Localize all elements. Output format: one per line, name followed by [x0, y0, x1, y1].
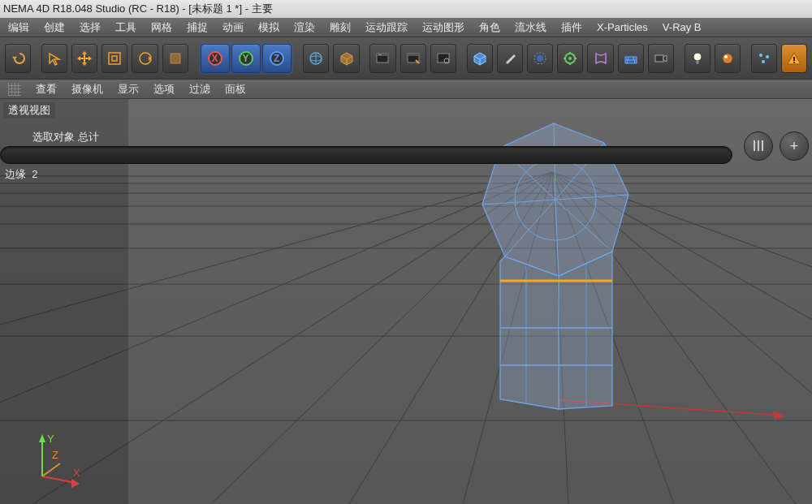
viewport-title: 透视视图: [3, 102, 55, 118]
svg-point-18: [537, 55, 543, 62]
viewport-hud: 选取对象 总计 边缘 2: [0, 130, 812, 182]
viewport-menu-bar: 查看 摄像机 显示 选项 过滤 面板: [0, 80, 812, 99]
title-bar: NEMA 4D R18.048 Studio (RC - R18) - [未标题…: [0, 0, 812, 18]
svg-point-33: [723, 54, 732, 63]
menu-simulate[interactable]: 模拟: [258, 20, 279, 35]
subdivision-button[interactable]: [527, 44, 553, 73]
menu-xparticles[interactable]: X-Particles: [597, 21, 648, 33]
menu-mesh[interactable]: 网格: [151, 20, 172, 35]
svg-point-36: [766, 55, 769, 58]
menu-sculpt[interactable]: 雕刻: [330, 20, 351, 35]
menu-tool[interactable]: 工具: [115, 20, 136, 35]
svg-rect-5: [171, 54, 180, 63]
svg-line-79: [42, 476, 76, 483]
axis-y-button[interactable]: Y: [231, 44, 261, 73]
hud-value-bar[interactable]: [0, 146, 732, 164]
spline-pen-button[interactable]: [497, 44, 523, 73]
hud-edge-label: 边缘: [5, 168, 26, 180]
vp-menu-camera[interactable]: 摄像机: [71, 82, 103, 97]
hud-edge-row: 边缘 2: [5, 167, 812, 182]
hud-buttons: III +: [744, 131, 809, 161]
axis-y-label: Y: [47, 433, 54, 445]
menu-animation[interactable]: 动画: [222, 20, 244, 35]
menu-edit[interactable]: 编辑: [8, 20, 29, 35]
svg-rect-30: [655, 55, 663, 62]
vp-menu-view[interactable]: 查看: [36, 82, 57, 97]
spot-light-button[interactable]: [715, 44, 741, 73]
svg-point-11: [379, 54, 381, 55]
svg-rect-3: [112, 56, 117, 61]
svg-point-34: [724, 55, 728, 58]
deformer-button[interactable]: [587, 44, 613, 73]
svg-rect-15: [438, 54, 449, 62]
hud-selection-label: 选取对象 总计: [32, 130, 812, 144]
axis-x-button[interactable]: X: [201, 44, 230, 73]
svg-point-35: [759, 54, 762, 57]
render-view-button[interactable]: [369, 44, 395, 73]
generator-button[interactable]: [557, 44, 583, 73]
render-settings-button[interactable]: [430, 44, 456, 73]
object-coord-button[interactable]: [333, 44, 359, 73]
camera-button[interactable]: [648, 44, 674, 73]
menu-render[interactable]: 渲染: [294, 20, 315, 35]
vp-menu-display[interactable]: 显示: [118, 82, 139, 97]
world-coord-button[interactable]: [303, 44, 329, 73]
svg-point-37: [762, 60, 765, 63]
svg-point-20: [568, 57, 572, 60]
hud-add-button[interactable]: +: [780, 131, 809, 161]
svg-marker-72: [500, 252, 612, 409]
axis-z-button[interactable]: Z: [262, 44, 292, 73]
vp-grid-icon[interactable]: [8, 83, 21, 96]
menu-pipeline[interactable]: 流水线: [515, 20, 546, 35]
perspective-viewport[interactable]: 透视视图: [0, 99, 812, 504]
plus-icon: +: [790, 138, 799, 155]
axis-z-label: Z: [52, 449, 58, 461]
select-tool-button[interactable]: [41, 44, 67, 73]
hud-edge-count: 2: [32, 168, 37, 180]
xparticles-button[interactable]: [751, 44, 777, 73]
menu-select[interactable]: 选择: [80, 20, 101, 35]
environment-button[interactable]: [618, 44, 644, 73]
svg-point-39: [793, 62, 795, 63]
svg-rect-10: [377, 54, 388, 56]
render-region-button[interactable]: [400, 44, 426, 73]
menu-bar: 编辑 创建 选择 工具 网格 捕捉 动画 模拟 渲染 雕刻 运动跟踪 运动图形 …: [0, 18, 812, 37]
pause-icon: III: [752, 138, 764, 155]
app-title: NEMA 4D R18.048 Studio (RC - R18) - [未标题…: [3, 2, 273, 16]
axis-x-icon: X: [208, 51, 222, 66]
svg-point-12: [381, 54, 382, 55]
last-tool-button[interactable]: [162, 44, 188, 73]
light-button[interactable]: [685, 44, 710, 73]
rotate-tool-button[interactable]: [132, 44, 158, 73]
axis-lock-group: X Y Z: [199, 42, 293, 75]
menu-mograph[interactable]: 运动图形: [422, 20, 464, 35]
scale-tool-button[interactable]: [102, 44, 127, 73]
move-tool-button[interactable]: [71, 44, 97, 73]
axis-y-icon: Y: [239, 51, 253, 66]
menu-tracking[interactable]: 运动跟踪: [365, 20, 408, 35]
main-toolbar: X Y Z: [0, 37, 812, 80]
axis-x-label: X: [73, 467, 80, 479]
svg-rect-14: [408, 54, 419, 56]
axis-orientation-widget[interactable]: Y X Z: [18, 426, 83, 494]
vp-menu-panel[interactable]: 面板: [225, 82, 246, 97]
svg-point-31: [694, 54, 701, 60]
warning-button[interactable]: [781, 44, 807, 73]
menu-snap[interactable]: 捕捉: [187, 20, 208, 35]
svg-rect-2: [109, 53, 120, 64]
hud-pause-button[interactable]: III: [744, 131, 773, 161]
menu-plugins[interactable]: 插件: [561, 20, 582, 35]
primitive-cube-button[interactable]: [467, 44, 493, 73]
vp-menu-filter[interactable]: 过滤: [189, 82, 210, 97]
axis-z-icon: Z: [270, 51, 284, 66]
menu-create[interactable]: 创建: [44, 20, 65, 35]
vp-menu-options[interactable]: 选项: [153, 82, 175, 97]
menu-vray[interactable]: V-Ray B: [663, 21, 702, 33]
svg-line-80: [42, 463, 60, 476]
undo-button[interactable]: [5, 44, 31, 73]
menu-character[interactable]: 角色: [479, 20, 500, 35]
